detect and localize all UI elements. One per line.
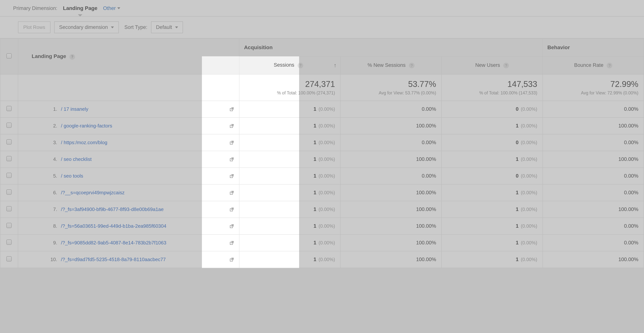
checkbox-icon[interactable] xyxy=(6,256,12,262)
external-link-icon[interactable] xyxy=(229,174,234,178)
landing-page-cell: 8./?_fs=56a03651-99ed-449d-b1ba-2ea985f6… xyxy=(18,218,240,234)
bounce-rate-header[interactable]: Bounce Rate ? xyxy=(543,56,644,74)
external-link-icon[interactable] xyxy=(229,107,234,112)
row-checkbox-cell[interactable] xyxy=(0,151,18,168)
sort-type-label: Sort Type: xyxy=(124,24,148,30)
row-checkbox-cell[interactable] xyxy=(0,168,18,184)
external-link-icon[interactable] xyxy=(229,257,234,262)
external-link-icon[interactable] xyxy=(229,140,234,145)
bounce-rate-cell: 100.00% xyxy=(543,201,644,218)
landing-page-link[interactable]: / 17 insanely xyxy=(61,106,88,112)
sort-type-dropdown[interactable]: Default xyxy=(151,22,183,33)
landing-page-cell: 5./ seo tools xyxy=(18,168,240,184)
pct-new-sessions-cell: 100.00% xyxy=(340,184,442,201)
secondary-dimension-dropdown[interactable]: Secondary dimension xyxy=(54,22,119,33)
external-link-icon[interactable] xyxy=(229,157,234,162)
plot-rows-button[interactable]: Plot Rows xyxy=(18,22,50,33)
landing-page-link[interactable]: / seo checklist xyxy=(61,156,92,162)
sessions-cell: 1(0.00%) xyxy=(239,201,340,218)
checkbox-icon[interactable] xyxy=(6,53,12,58)
help-icon[interactable]: ? xyxy=(298,63,303,68)
external-link-icon[interactable] xyxy=(229,207,234,212)
checkbox-icon[interactable] xyxy=(6,190,12,195)
landing-page-link[interactable]: /?_fs=9085dd82-9ab5-4087-8e14-783b2b7f10… xyxy=(61,240,166,246)
help-icon[interactable]: ? xyxy=(70,54,75,60)
pct-new-sessions-cell: 0.00% xyxy=(340,168,442,184)
external-link-icon[interactable] xyxy=(229,190,234,195)
external-link-icon[interactable] xyxy=(229,224,234,229)
new-users-cell: 0(0.00%) xyxy=(442,168,543,184)
row-checkbox-cell[interactable] xyxy=(0,118,18,134)
new-users-cell: 1(0.00%) xyxy=(442,151,543,168)
help-icon[interactable]: ? xyxy=(409,63,414,68)
sessions-cell: 1(0.00%) xyxy=(239,151,340,168)
new-users-cell: 0(0.00%) xyxy=(442,101,543,118)
row-number: 8. xyxy=(46,223,57,229)
row-checkbox-cell[interactable] xyxy=(0,201,18,218)
bounce-rate-cell: 0.00% xyxy=(543,168,644,184)
external-link-icon[interactable] xyxy=(229,240,234,245)
help-icon[interactable]: ? xyxy=(607,63,612,68)
sessions-cell: 1(0.00%) xyxy=(239,134,340,151)
dimension-other-dropdown[interactable]: Other xyxy=(103,6,120,11)
bounce-rate-cell: 100.00% xyxy=(543,118,644,134)
checkbox-icon[interactable] xyxy=(6,122,12,128)
bounce-rate-cell: 0.00% xyxy=(543,218,644,234)
landing-page-cell: 9./?_fs=9085dd82-9ab5-4087-8e14-783b2b7f… xyxy=(18,234,240,251)
landing-page-link[interactable]: / https:/moz.com/blog xyxy=(61,140,107,145)
checkbox-icon[interactable] xyxy=(6,173,12,178)
landing-page-link[interactable]: / google-ranking-factors xyxy=(61,123,112,128)
checkbox-icon[interactable] xyxy=(6,106,12,111)
sort-type-value: Default xyxy=(156,24,172,30)
sessions-header[interactable]: Sessions ? ↑ xyxy=(239,56,340,74)
table-row: 10./?_fs=d9ad7fd5-5235-4518-8a79-8110aac… xyxy=(0,251,644,268)
pct-new-sessions-cell: 0.00% xyxy=(340,134,442,151)
checkbox-icon[interactable] xyxy=(6,139,12,144)
bounce-rate-cell: 100.00% xyxy=(543,151,644,168)
checkbox-icon[interactable] xyxy=(6,156,12,161)
primary-dimension-label: Primary Dimension: xyxy=(13,6,58,11)
checkbox-icon[interactable] xyxy=(6,240,12,245)
row-number: 5. xyxy=(46,173,57,179)
chevron-down-icon xyxy=(175,26,178,28)
pct-new-sessions-cell: 100.00% xyxy=(340,251,442,268)
row-checkbox-cell[interactable] xyxy=(0,251,18,268)
dimension-other-label: Other xyxy=(103,6,116,11)
landing-page-cell: 1./ 17 insanely xyxy=(18,101,240,118)
landing-page-link[interactable]: /?_fs=56a03651-99ed-449d-b1ba-2ea985f603… xyxy=(61,223,166,229)
table-row: 6./?__s=qcoeprvi49mpwjzcaisz1(0.00%)100.… xyxy=(0,184,644,201)
landing-page-cell: 2./ google-ranking-factors xyxy=(18,118,240,134)
table-row: 9./?_fs=9085dd82-9ab5-4087-8e14-783b2b7f… xyxy=(0,234,644,251)
bounce-rate-cell: 0.00% xyxy=(543,101,644,118)
table-toolbar: Plot Rows Secondary dimension Sort Type:… xyxy=(0,16,644,38)
checkbox-icon[interactable] xyxy=(6,206,12,211)
new-users-cell: 1(0.00%) xyxy=(442,251,543,268)
landing-page-link[interactable]: / seo tools xyxy=(61,173,83,179)
help-icon[interactable]: ? xyxy=(503,63,509,68)
bounce-rate-cell: 0.00% xyxy=(543,134,644,151)
new-users-header[interactable]: New Users ? xyxy=(442,56,543,74)
row-checkbox-cell[interactable] xyxy=(0,134,18,151)
table-row: 3./ https:/moz.com/blog1(0.00%)0.00%0(0.… xyxy=(0,134,644,151)
checkbox-icon[interactable] xyxy=(6,223,12,228)
landing-page-cell: 7./?_fs=3af94900-bf9b-4677-8f93-d8e00b69… xyxy=(18,201,240,218)
landing-page-link[interactable]: /?_fs=3af94900-bf9b-4677-8f93-d8e00b69a1… xyxy=(61,206,164,212)
row-checkbox-cell[interactable] xyxy=(0,218,18,234)
row-checkbox-cell[interactable] xyxy=(0,101,18,118)
select-all-header[interactable] xyxy=(0,39,18,74)
row-checkbox-cell[interactable] xyxy=(0,234,18,251)
landing-page-link[interactable]: /?__s=qcoeprvi49mpwjzcaisz xyxy=(61,190,124,196)
row-number: 3. xyxy=(46,140,57,146)
dimension-tab-landing-page[interactable]: Landing Page xyxy=(63,4,98,13)
new-users-cell: 1(0.00%) xyxy=(442,118,543,134)
landing-page-header[interactable]: Landing Page ? xyxy=(18,39,240,74)
external-link-icon[interactable] xyxy=(229,124,234,128)
row-checkbox-cell[interactable] xyxy=(0,184,18,201)
pct-new-sessions-header[interactable]: % New Sessions ? xyxy=(340,56,442,74)
landing-page-link[interactable]: /?_fs=d9ad7fd5-5235-4518-8a79-8110aacbec… xyxy=(61,256,166,262)
pct-new-sessions-cell: 0.00% xyxy=(340,101,442,118)
primary-dimension-bar: Primary Dimension: Landing Page Other xyxy=(0,0,644,16)
pct-new-sessions-cell: 100.00% xyxy=(340,218,442,234)
sessions-cell: 1(0.00%) xyxy=(239,251,340,268)
sessions-cell: 1(0.00%) xyxy=(239,234,340,251)
